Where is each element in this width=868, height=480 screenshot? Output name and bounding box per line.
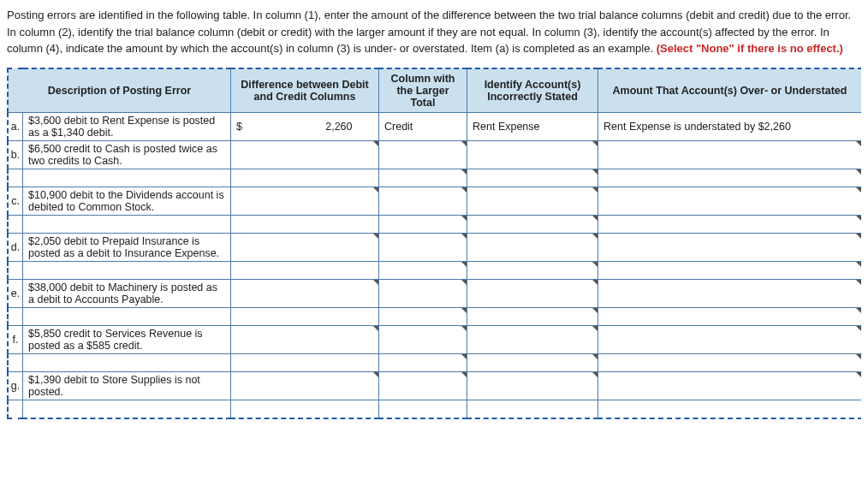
dropdown-icon — [592, 216, 597, 221]
dollar-sign: $ — [236, 121, 247, 133]
dropdown-icon — [461, 326, 467, 331]
difference-cell[interactable] — [231, 325, 379, 353]
dropdown-icon — [592, 169, 597, 175]
dropdown-icon — [592, 141, 597, 146]
dropdown-icon — [461, 354, 467, 359]
larger-column-cell[interactable] — [379, 140, 467, 169]
row-description: $5,850 credit to Services Revenue is pos… — [23, 325, 231, 353]
accounts-cell[interactable]: Rent Expense — [467, 112, 598, 140]
dropdown-icon — [461, 141, 467, 146]
spacer-row — [8, 400, 861, 418]
dropdown-icon — [856, 234, 861, 239]
larger-column-cell[interactable] — [379, 325, 467, 353]
dropdown-icon — [373, 187, 378, 193]
table-row: a. $3,600 debit to Rent Expense is poste… — [8, 112, 861, 140]
larger-column-cell[interactable] — [379, 279, 467, 307]
row-description: $3,600 debit to Rent Expense is posted a… — [23, 112, 231, 140]
row-letter: a. — [8, 112, 23, 140]
larger-column-cell[interactable] — [379, 371, 467, 400]
spacer-row — [8, 307, 861, 325]
larger-column-cell[interactable] — [379, 233, 467, 261]
header-larger-column: Column with the Larger Total — [379, 68, 467, 113]
posting-errors-table: Description of Posting Error Difference … — [7, 68, 861, 419]
amount-stated-cell[interactable] — [598, 371, 862, 400]
dropdown-icon — [592, 234, 597, 239]
amount-stated-cell[interactable] — [598, 187, 862, 215]
difference-cell[interactable] — [231, 233, 379, 261]
larger-column-cell[interactable]: Credit — [379, 112, 467, 140]
dropdown-icon — [856, 262, 861, 267]
dropdown-icon — [592, 280, 597, 285]
difference-cell[interactable] — [231, 371, 379, 400]
table-row: f. $5,850 credit to Services Revenue is … — [8, 325, 861, 353]
difference-cell[interactable] — [231, 279, 379, 307]
accounts-cell[interactable] — [467, 187, 598, 215]
accounts-cell[interactable] — [467, 279, 598, 307]
dropdown-icon — [856, 326, 861, 331]
accounts-cell[interactable] — [467, 325, 598, 353]
row-description: $1,390 debit to Store Supplies is not po… — [23, 371, 231, 400]
row-letter: f. — [8, 325, 23, 353]
spacer-row — [8, 215, 861, 233]
accounts-cell[interactable] — [467, 140, 598, 169]
dropdown-icon — [373, 141, 378, 146]
amount-stated-cell[interactable] — [598, 279, 862, 307]
instructions-paragraph: Posting errors are identified in the fol… — [7, 7, 861, 57]
dropdown-icon — [856, 141, 861, 146]
amount-stated-cell[interactable] — [598, 325, 862, 353]
instructions-highlight: (Select "None" if there is no effect.) — [657, 42, 843, 55]
row-description: $6,500 credit to Cash is posted twice as… — [23, 140, 231, 169]
dropdown-icon — [373, 280, 378, 285]
amount-stated-cell[interactable]: Rent Expense is understated by $2,260 — [598, 112, 862, 140]
row-letter: c. — [8, 187, 23, 215]
row-letter: d. — [8, 233, 23, 261]
amount-stated-cell[interactable] — [598, 233, 862, 261]
accounts-cell[interactable] — [467, 371, 598, 400]
dropdown-icon — [592, 326, 597, 331]
header-description: Description of Posting Error — [8, 68, 231, 113]
spacer-row — [8, 353, 861, 371]
header-accounts: Identify Account(s) Incorrectly Stated — [467, 68, 598, 113]
dropdown-icon — [856, 280, 861, 285]
spacer-row — [8, 261, 861, 279]
dropdown-icon — [856, 216, 861, 221]
table-row: g. $1,390 debit to Store Supplies is not… — [8, 371, 861, 400]
dropdown-icon — [373, 326, 378, 331]
dropdown-icon — [373, 372, 378, 377]
dropdown-icon — [461, 372, 467, 377]
dropdown-icon — [592, 308, 597, 313]
row-description: $38,000 debit to Machinery is posted as … — [23, 279, 231, 307]
dropdown-icon — [461, 216, 467, 221]
amount-stated-cell[interactable] — [598, 140, 862, 169]
difference-cell[interactable] — [231, 187, 379, 215]
dropdown-icon — [856, 308, 861, 313]
dropdown-icon — [592, 354, 597, 359]
row-letter: b. — [8, 140, 23, 169]
dropdown-icon — [856, 169, 861, 175]
dropdown-icon — [461, 234, 467, 239]
table-row: d. $2,050 debit to Prepaid Insurance is … — [8, 233, 861, 261]
accounts-cell[interactable] — [467, 233, 598, 261]
dropdown-icon — [461, 308, 467, 313]
dropdown-icon — [592, 187, 597, 193]
difference-cell[interactable]: $ 2,260 — [231, 112, 379, 140]
row-letter: e. — [8, 279, 23, 307]
dropdown-icon — [461, 187, 467, 193]
header-amount: Amount That Account(s) Over- or Understa… — [598, 68, 862, 113]
row-letter: g. — [8, 371, 23, 400]
dropdown-icon — [856, 354, 861, 359]
header-difference: Difference between Debit and Credit Colu… — [231, 68, 379, 113]
dropdown-icon — [461, 169, 467, 175]
row-description: $2,050 debit to Prepaid Insurance is pos… — [23, 233, 231, 261]
difference-cell[interactable] — [231, 140, 379, 169]
dropdown-icon — [592, 372, 597, 377]
dropdown-icon — [461, 280, 467, 285]
larger-column-cell[interactable] — [379, 187, 467, 215]
row-description: $10,900 debit to the Dividends account i… — [23, 187, 231, 215]
dropdown-icon — [373, 234, 378, 239]
dropdown-icon — [592, 262, 597, 267]
dropdown-icon — [856, 372, 861, 377]
spacer-row — [8, 169, 861, 187]
dropdown-icon — [856, 187, 861, 193]
difference-value: 2,260 — [249, 121, 352, 133]
